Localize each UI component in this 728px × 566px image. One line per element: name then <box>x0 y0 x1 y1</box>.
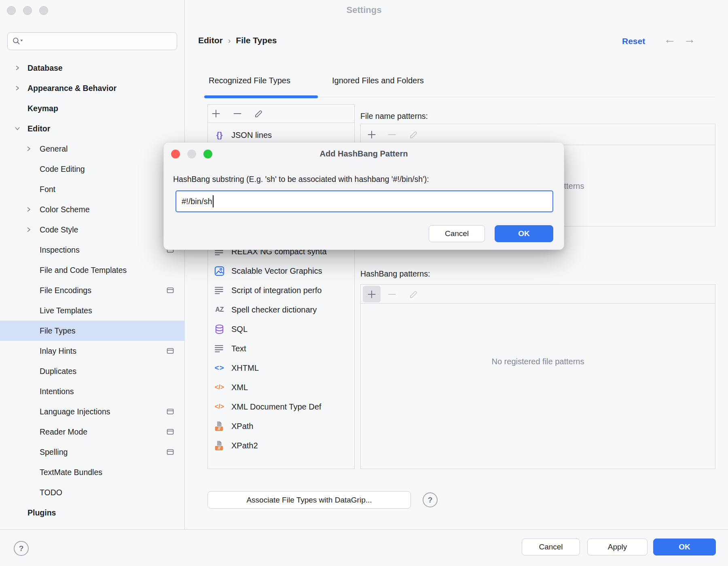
hashbang-patterns-box: No registered file patterns <box>360 284 715 469</box>
sidebar-item-live-templates[interactable]: Live Templates <box>0 300 185 321</box>
edit-pencil-icon[interactable] <box>408 129 419 140</box>
hashbang-patterns-toolbar <box>361 285 715 304</box>
sidebar-item-reader-mode[interactable]: Reader Mode <box>0 422 185 442</box>
breadcrumb-file-types: File Types <box>236 36 277 45</box>
breadcrumb-separator: › <box>228 36 231 45</box>
settings-window: Settings Database Appearance & Behavior … <box>0 0 728 566</box>
dialog-ok-button[interactable]: OK <box>495 225 553 242</box>
sidebar-item-todo[interactable]: TODO <box>0 482 185 503</box>
hashbang-input-value: #!/bin/sh <box>182 197 212 206</box>
file-type-row[interactable]: AZSpell checker dictionary <box>208 300 354 319</box>
svg-text://: // <box>218 426 221 431</box>
edit-pencil-icon[interactable] <box>408 289 419 300</box>
breadcrumb: Editor › File Types <box>198 36 277 45</box>
file-type-row[interactable]: Script of integration perfo <box>208 281 354 300</box>
chevron-right-icon <box>15 65 20 71</box>
angle-brackets-icon: <> <box>214 363 225 374</box>
chevron-down-icon <box>15 126 20 131</box>
code-tag-icon: </> <box>214 382 225 393</box>
context-help-icon[interactable]: ? <box>423 492 438 507</box>
text-lines-icon <box>214 343 225 354</box>
dialog-cancel-button[interactable]: Cancel <box>429 225 485 242</box>
xpath-icon: // <box>214 421 225 432</box>
text-caret <box>213 195 214 207</box>
sidebar-item-editor[interactable]: Editor <box>0 118 185 139</box>
associate-file-types-button[interactable]: Associate File Types with DataGrip... <box>207 491 411 509</box>
sidebar-item-file-encodings[interactable]: File Encodings <box>0 280 185 300</box>
add-hashbang-pattern-dialog: Add HashBang Pattern HashBang substring … <box>163 142 564 250</box>
chevron-right-icon <box>26 207 32 212</box>
settings-search-input[interactable] <box>7 32 177 50</box>
sidebar-item-inlay-hints[interactable]: Inlay Hints <box>0 341 185 361</box>
sidebar-item-font[interactable]: Font <box>0 179 185 199</box>
sidebar-item-code-style[interactable]: Code Style <box>0 220 185 240</box>
add-icon[interactable] <box>211 108 221 119</box>
dialog-title: Add HashBang Pattern <box>164 149 564 158</box>
file-type-row[interactable]: //XPath <box>208 416 354 436</box>
ide-settings-icon <box>167 408 174 415</box>
text-lines-icon <box>214 285 225 296</box>
sidebar-item-language-injections[interactable]: Language Injections <box>0 401 185 422</box>
tab-recognized-file-types[interactable]: Recognized File Types <box>209 76 290 85</box>
sidebar-item-general[interactable]: General <box>0 139 185 159</box>
sidebar-item-duplicates[interactable]: Duplicates <box>0 361 185 381</box>
remove-icon[interactable] <box>387 129 397 140</box>
hashbang-patterns-label: HashBang patterns: <box>360 269 430 279</box>
add-icon[interactable] <box>366 289 377 300</box>
back-arrow-icon[interactable]: ← <box>664 32 676 46</box>
file-type-row[interactable]: <>XHTML <box>208 358 354 378</box>
file-type-row[interactable]: Text <box>208 339 354 358</box>
sidebar-item-textmate-bundles[interactable]: TextMate Bundles <box>0 462 185 482</box>
file-type-row[interactable]: //XPath2 <box>208 436 354 455</box>
sidebar-item-file-and-code-templates[interactable]: File and Code Templates <box>0 260 185 280</box>
search-icon <box>12 37 23 46</box>
cancel-button[interactable]: Cancel <box>522 539 580 555</box>
sidebar-item-appearance-behavior[interactable]: Appearance & Behavior <box>0 78 185 98</box>
image-icon <box>214 266 225 277</box>
remove-icon[interactable] <box>387 289 397 300</box>
chevron-right-icon <box>26 146 32 152</box>
file-type-row[interactable]: Scalable Vector Graphics <box>208 261 354 281</box>
file-type-row[interactable]: {}JSON lines <box>208 125 354 145</box>
reset-link[interactable]: Reset <box>622 36 645 46</box>
add-icon[interactable] <box>366 129 377 140</box>
ide-settings-icon <box>167 429 174 435</box>
chevron-right-icon <box>15 85 20 91</box>
sidebar-item-intentions[interactable]: Intentions <box>0 381 185 401</box>
dialog-prompt-label: HashBang substring (E.g. 'sh' to be asso… <box>173 175 429 184</box>
remove-icon[interactable] <box>232 108 243 119</box>
svg-text://: // <box>218 446 221 450</box>
file-type-row[interactable]: SQL <box>208 319 354 339</box>
database-icon <box>214 324 225 335</box>
breadcrumb-editor[interactable]: Editor <box>198 36 223 45</box>
hashbang-patterns-empty-text: No registered file patterns <box>361 357 715 366</box>
forward-arrow-icon[interactable]: → <box>684 32 696 46</box>
footer-divider <box>0 529 728 530</box>
az-icon: AZ <box>214 304 225 315</box>
sidebar-item-spelling[interactable]: Spelling <box>0 442 185 462</box>
braces-icon: {} <box>214 130 225 141</box>
sidebar-item-file-types[interactable]: File Types <box>0 321 185 341</box>
sidebar-item-color-scheme[interactable]: Color Scheme <box>0 199 185 220</box>
ide-settings-icon <box>167 348 174 354</box>
active-tab-indicator <box>204 95 318 98</box>
sidebar-item-database[interactable]: Database <box>0 58 185 78</box>
file-types-toolbar <box>208 105 354 123</box>
apply-button[interactable]: Apply <box>587 539 648 555</box>
ide-settings-icon <box>167 449 174 455</box>
file-type-row[interactable]: </>XML Document Type Def <box>208 397 354 416</box>
sidebar-item-keymap[interactable]: Keymap <box>0 98 185 118</box>
sidebar-item-plugins[interactable]: Plugins <box>0 503 185 523</box>
hashbang-input[interactable]: #!/bin/sh <box>176 190 553 212</box>
edit-pencil-icon[interactable] <box>254 108 264 119</box>
sidebar-item-code-editing[interactable]: Code Editing <box>0 159 185 179</box>
sidebar-item-inspections[interactable]: Inspections <box>0 240 185 260</box>
file-type-row[interactable]: </>XML <box>208 378 354 397</box>
code-tag-icon: </> <box>214 401 225 412</box>
settings-sidebar: Database Appearance & Behavior Keymap Ed… <box>0 0 185 529</box>
chevron-right-icon <box>26 227 32 232</box>
file-name-patterns-label: File name patterns: <box>360 112 428 121</box>
ok-button[interactable]: OK <box>653 539 716 555</box>
tab-ignored-files-and-folders[interactable]: Ignored Files and Folders <box>332 76 424 85</box>
help-icon[interactable]: ? <box>14 541 29 556</box>
